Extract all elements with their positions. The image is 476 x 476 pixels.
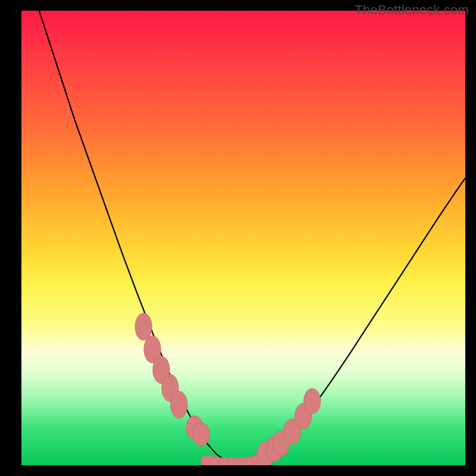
right-markers [257, 389, 321, 465]
left-markers [135, 313, 209, 446]
bottleneck-curve [39, 11, 465, 464]
plot-area [21, 11, 465, 465]
bottom-markers [201, 454, 266, 465]
marker-point [303, 389, 320, 414]
watermark-text: TheBottleneck.com [355, 2, 469, 18]
marker-point [135, 313, 152, 340]
marker-point [193, 422, 209, 446]
chart-frame: TheBottleneck.com [0, 0, 476, 476]
chart-svg [21, 11, 465, 465]
marker-point [171, 391, 187, 418]
